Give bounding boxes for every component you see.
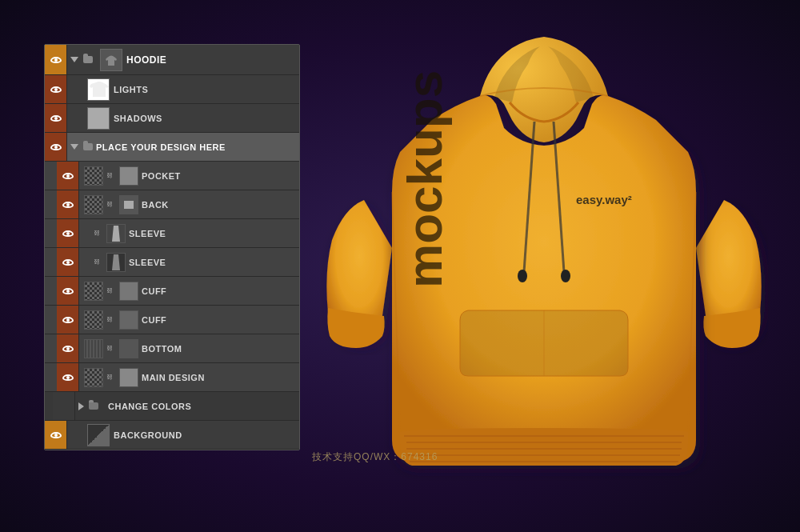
thumb-sleeve2 [106,253,126,272]
eye-toggle-back[interactable] [57,190,79,218]
layer-row-change-colors[interactable]: CHANGE COLORS [45,392,299,421]
layer-row-hoodie[interactable]: HOODIE [45,45,299,75]
chain-icon: ⛓ [94,258,100,266]
eye-icon [62,374,74,381]
layer-row-sleeve1[interactable]: ⛓ SLEEVE [45,219,299,248]
thumb-pocket2 [119,166,138,186]
collapse-icon [70,57,78,62]
layer-row-main-design[interactable]: ⛓ MAIN DESIGN [45,363,299,392]
eye-toggle-background[interactable] [45,421,67,449]
layer-label-hoodie: HOODIE [126,54,299,66]
layer-row-back[interactable]: ⛓ BACK [45,190,299,219]
thumb-bottom2 [119,339,138,358]
collapse-icon [70,144,78,150]
layer-label-place-design: PLACE YOUR DESIGN HERE [96,142,299,152]
layer-icons [67,56,96,63]
thumb-cuff2 [84,310,103,330]
collapse-icon-right [78,402,84,410]
thumb-background [87,424,110,446]
layer-label-back: BACK [142,200,299,210]
chain-icon: ⛓ [106,316,113,323]
thumb-main [84,368,103,387]
eye-icon [62,259,74,266]
eye-icon [62,230,74,237]
layer-row-pocket[interactable]: ⛓ POCKET [45,162,299,190]
eye-toggle-cuff2[interactable] [57,306,79,334]
layer-label-shadows: SHADOWS [114,114,299,123]
eye-icon [50,144,62,150]
thumb-lights [87,78,110,101]
thumb-sleeve1 [106,224,126,243]
eye-icon [62,346,74,352]
eye-icon [62,317,74,323]
layer-label-lights: LIGHTS [114,85,299,94]
thumb-hoodie [100,49,122,71]
eye-toggle-lights[interactable] [45,75,67,103]
layer-row-cuff1[interactable]: ⛓ CUFF [45,277,299,306]
eye-icon [50,115,62,122]
thumb-main2 [119,368,138,387]
eye-icon [62,288,74,294]
eye-toggle-main-design[interactable] [57,363,79,391]
eye-toggle-sleeve2[interactable] [57,248,79,276]
layer-row-place-design[interactable]: PLACE YOUR DESIGN HERE [45,133,299,162]
chain-icon: ⛓ [106,374,113,381]
svg-point-2 [518,270,527,282]
hoodie-svg: mockups easy.way² [320,16,768,512]
thumb-bottom [84,339,103,358]
layer-label-pocket: POCKET [142,171,299,181]
hoodie-preview: mockups easy.way² [320,16,768,512]
folder-icon [83,143,93,150]
layer-label-change-colors: CHANGE COLORS [108,402,299,411]
layer-row-background[interactable]: BACKGROUND [45,421,299,450]
layer-label-background: BACKGROUND [114,430,299,440]
eye-icon [50,57,62,63]
eye-toggle-cuff1[interactable] [57,277,79,305]
folder-icon [83,56,93,63]
folder-icon [89,402,98,410]
layer-row-shadows[interactable]: SHADOWS [45,104,299,133]
chain-icon: ⛓ [106,287,113,294]
chain-icon: ⛓ [106,172,113,179]
eye-toggle-hoodie[interactable] [45,45,67,74]
layer-label-bottom: BOTTOM [142,344,299,354]
svg-point-3 [561,270,570,282]
layer-label-cuff2: CUFF [142,315,299,325]
layers-panel: HOODIE LIGHTS SHADOWS [44,44,300,450]
layer-label-sleeve1: SLEEVE [129,229,299,238]
layer-label-cuff1: CUFF [142,286,299,296]
watermark-text: 技术支持QQ/WX：674316 [312,450,438,464]
layer-row-sleeve2[interactable]: ⛓ SLEEVE [45,248,299,277]
thumb-cuff1b [119,282,138,301]
eye-toggle-shadows[interactable] [45,104,67,132]
layer-row-cuff2[interactable]: ⛓ CUFF [45,306,299,334]
thumb-cuff1 [84,282,103,301]
thumb-cuff2b [119,310,138,330]
layer-row-lights[interactable]: LIGHTS [45,75,299,104]
layer-icons [67,143,96,150]
chain-icon: ⛓ [94,230,100,237]
eye-toggle-pocket[interactable] [57,162,79,190]
thumb-pocket [84,166,103,186]
thumb-back [84,195,103,214]
eye-toggle-bottom[interactable] [57,334,79,362]
chain-icon: ⛓ [106,201,113,208]
layer-label-sleeve2: SLEEVE [129,258,299,267]
eye-icon [50,432,62,438]
eye-toggle-place-design[interactable] [45,133,67,161]
eye-icon [62,173,74,179]
layer-label-main-design: MAIN DESIGN [142,373,299,382]
thumb-shadows [87,107,110,130]
eye-icon [50,86,62,93]
chain-icon: ⛓ [106,345,113,352]
thumb-back2 [119,195,138,214]
eye-toggle-change-colors[interactable] [53,392,75,420]
eye-toggle-sleeve1[interactable] [57,219,79,247]
layer-row-bottom[interactable]: ⛓ BOTTOM [45,334,299,363]
eye-icon [62,202,74,208]
svg-text:mockups: mockups [397,70,452,288]
svg-text:easy.way²: easy.way² [576,193,632,206]
